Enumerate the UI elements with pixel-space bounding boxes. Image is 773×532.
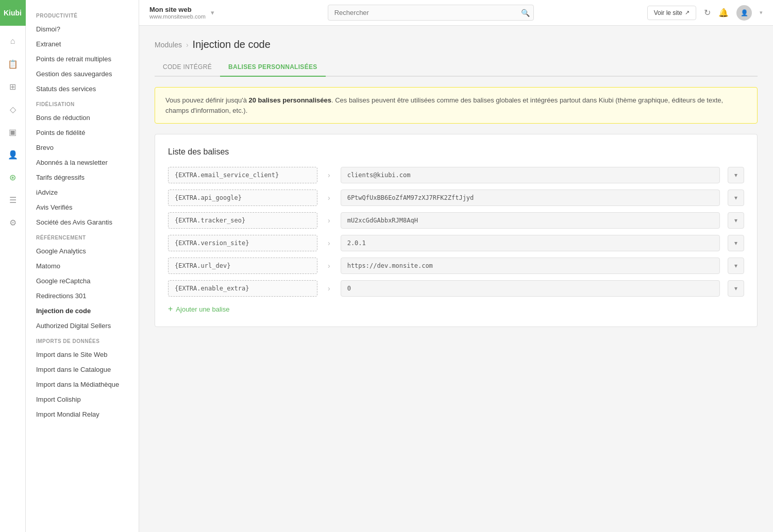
voir-site-button[interactable]: Voir le site ↗ [647,6,696,20]
add-tag-label: Ajouter une balise [176,305,229,313]
site-info: Mon site web www.monsiteweb.com [149,6,206,20]
sidebar-item-iadvize[interactable]: iAdvize [26,185,139,200]
list-title: Liste des balises [168,147,744,157]
right-panel: Mon site web www.monsiteweb.com ▾ 🔍 Voir… [139,0,773,532]
section-referencement: RÉFÉRENCEMENT [26,230,139,244]
breadcrumb: Modules › Injection de code [155,39,758,50]
tag-key-4[interactable] [168,258,317,274]
sidebar-item-google-recaptcha[interactable]: Google reCaptcha [26,273,139,288]
app-logo[interactable]: Kiubi [0,0,26,26]
tag-key-1[interactable] [168,190,317,206]
sidebar-item-import-site-web[interactable]: Import dans le Site Web [26,347,139,362]
monitor-icon[interactable]: ▣ [3,122,23,142]
tab-bar: CODE INTÉGRÉ BALISES PERSONNALISÉES [155,58,758,77]
expand-button-4[interactable]: ▾ [728,258,744,274]
sidebar-item-societe-avis[interactable]: Société des Avis Garantis [26,215,139,230]
search-input[interactable] [328,5,534,21]
tag-value-3[interactable] [341,235,720,251]
sidebar-item-import-coliship[interactable]: Import Coliship [26,392,139,407]
arrow-icon-1: › [325,194,333,202]
arrow-icon-0: › [325,171,333,179]
chevron-down-icon[interactable]: ▾ [211,9,214,16]
sidebar-item-import-catalogue[interactable]: Import dans le Catalogue [26,362,139,377]
expand-button-2[interactable]: ▾ [728,212,744,229]
sidebar-item-google-analytics[interactable]: Google Analytics [26,244,139,259]
breadcrumb-parent[interactable]: Modules [155,41,182,49]
section-fidelisation: FIDÉLISATION [26,96,139,110]
sidebar-item-import-mediatheque[interactable]: Import dans la Médiathèque [26,377,139,392]
arrow-icon-4: › [325,262,333,270]
refresh-icon[interactable]: ↻ [704,8,711,18]
sidebar-item-statuts-services[interactable]: Statuts des services [26,81,139,96]
avatar[interactable]: 👤 [736,5,752,21]
sidebar-item-matomo[interactable]: Matomo [26,259,139,273]
layers-icon[interactable]: ⊞ [3,76,23,97]
sidebar-item-abonnes-newsletter[interactable]: Abonnés à la newsletter [26,155,139,170]
topbar-left: Mon site web www.monsiteweb.com ▾ [149,6,214,20]
sidebar-item-tarifs-degressifs[interactable]: Tarifs dégressifs [26,170,139,185]
expand-button-1[interactable]: ▾ [728,190,744,206]
sidebar-item-redirections-301[interactable]: Redirections 301 [26,288,139,303]
tag-key-2[interactable] [168,212,317,229]
sidebar-item-dismoi[interactable]: Dismoi? [26,22,139,37]
sidebar-item-points-retrait[interactable]: Points de retrait multiples [26,52,139,66]
sidebar-item-authorized-digital-sellers[interactable]: Authorized Digital Sellers [26,318,139,333]
table-row: › ▾ [168,212,744,229]
tag-key-0[interactable] [168,167,317,183]
tag-icon[interactable]: ◇ [3,99,23,119]
tag-key-5[interactable] [168,280,317,297]
table-row: › ▾ [168,280,744,297]
sidebar-item-extranet[interactable]: Extranet [26,37,139,52]
info-box: Vous pouvez définir jusqu'à 20 balises p… [155,87,758,124]
main-scroll-area: Modules › Injection de code CODE INTÉGRÉ… [139,26,773,532]
breadcrumb-arrow-icon: › [186,41,189,49]
page-title: Injection de code [193,39,271,50]
site-url: www.monsiteweb.com [149,13,206,20]
table-row: › ▾ [168,235,744,251]
bell-icon[interactable]: 🔔 [718,8,729,18]
left-sidebar: PRODUCTIVITÉ Dismoi? Extranet Points de … [26,0,139,532]
section-productivite: PRODUCTIVITÉ [26,8,139,22]
section-imports: IMPORTS DE DONNÉES [26,333,139,347]
search-icon: 🔍 [521,9,530,17]
tag-value-0[interactable] [341,167,720,183]
expand-button-3[interactable]: ▾ [728,235,744,251]
info-text-before: Vous pouvez définir jusqu'à [165,96,248,104]
sidebar-item-import-mondial-relay[interactable]: Import Mondial Relay [26,407,139,422]
tag-value-4[interactable] [341,258,720,274]
list-icon[interactable]: ☰ [3,190,23,210]
site-name: Mon site web [149,6,206,13]
external-link-icon: ↗ [685,9,690,16]
expand-button-0[interactable]: ▾ [728,167,744,183]
tag-value-1[interactable] [341,190,720,206]
users-icon[interactable]: 👤 [3,144,23,165]
arrow-icon-5: › [325,284,333,293]
topbar: Mon site web www.monsiteweb.com ▾ 🔍 Voir… [139,0,773,26]
sidebar-item-gestion-sauvegardes[interactable]: Gestion des sauvegardes [26,66,139,81]
sidebar-item-injection-de-code[interactable]: Injection de code [26,303,139,318]
tab-balises-personnalisees[interactable]: BALISES PERSONNALISÉES [220,58,326,77]
table-row: › ▾ [168,190,744,206]
topbar-search: 🔍 [328,5,534,21]
modules-icon[interactable]: ⊛ [3,167,23,187]
gear-icon[interactable]: ⚙ [3,212,23,233]
sidebar-item-brevo[interactable]: Brevo [26,140,139,155]
table-row: › ▾ [168,258,744,274]
avatar-chevron-icon[interactable]: ▾ [760,9,763,16]
table-row: › ▾ [168,167,744,183]
tab-code-integre[interactable]: CODE INTÉGRÉ [155,58,220,77]
sidebar-item-bons-reduction[interactable]: Bons de réduction [26,110,139,125]
home-icon[interactable]: ⌂ [3,31,23,52]
expand-button-5[interactable]: ▾ [728,280,744,297]
plus-icon: + [168,304,173,314]
info-text-bold: 20 balises personnalisées [248,96,331,104]
tags-card: Liste des balises › ▾ › ▾ › [155,134,758,327]
tag-value-2[interactable] [341,212,720,229]
arrow-icon-2: › [325,216,333,225]
tag-value-5[interactable] [341,280,720,297]
add-tag-button[interactable]: + Ajouter une balise [168,304,744,314]
tag-key-3[interactable] [168,235,317,251]
sidebar-item-avis-verifies[interactable]: Avis Verifiés [26,200,139,215]
sidebar-item-points-fidelite[interactable]: Points de fidélité [26,125,139,140]
document-icon[interactable]: 📋 [3,54,23,74]
